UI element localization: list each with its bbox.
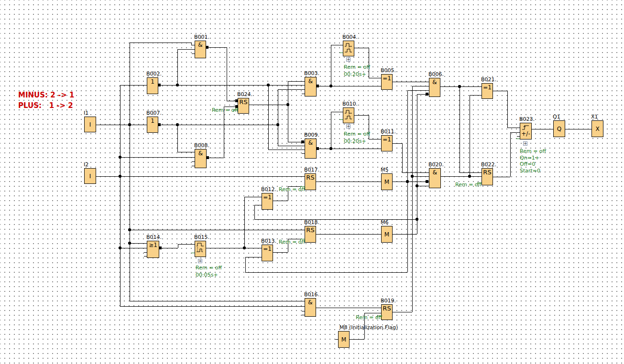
- pulse-relay-icon: [344, 42, 353, 54]
- block-X1[interactable]: X: [591, 120, 603, 137]
- block-B016[interactable]: &: [305, 298, 316, 317]
- parameter-text: Rem = off: [344, 64, 370, 70]
- junction-dot: [406, 180, 409, 183]
- block-label-M5: M5: [381, 167, 389, 173]
- block-label-I2: I2: [84, 161, 88, 168]
- block-symbol: RS: [383, 305, 391, 312]
- block-B007[interactable]: 1: [147, 117, 158, 133]
- block-symbol: &: [433, 169, 437, 176]
- parameter-text: 00:20s+: [344, 71, 366, 77]
- block-label-B008: B008.: [194, 142, 209, 149]
- block-label-B022: B022.: [481, 161, 496, 168]
- parameter-text: Rem = off: [455, 182, 482, 188]
- block-label-B005: B005.: [381, 67, 396, 74]
- connector-handle: [301, 140, 304, 143]
- block-B009[interactable]: &: [305, 139, 317, 159]
- block-symbol: M: [384, 179, 389, 185]
- parameter-text: Qn=1+: [520, 155, 539, 161]
- block-B022[interactable]: RS: [482, 168, 493, 185]
- annotation-minus[interactable]: MINUS: 2 -> 1: [18, 90, 74, 100]
- block-B024[interactable]: RS: [238, 98, 249, 114]
- block-symbol: =1: [383, 75, 391, 82]
- block-M6[interactable]: M: [381, 226, 393, 243]
- junction-dot: [329, 147, 333, 150]
- block-B013[interactable]: =1: [262, 245, 273, 261]
- block-symbol: RS: [483, 169, 491, 176]
- block-M8[interactable]: M: [338, 331, 350, 348]
- block-B008[interactable]: &: [195, 149, 207, 168]
- junction-dot: [176, 84, 179, 87]
- block-B017[interactable]: RS: [305, 173, 316, 190]
- block-B003[interactable]: &: [305, 77, 317, 96]
- block-label-B001: B001.: [194, 34, 209, 40]
- block-symbol: =1: [263, 194, 272, 201]
- block-M5[interactable]: M: [381, 173, 393, 190]
- block-symbol: RS: [239, 99, 247, 106]
- block-B015[interactable]: [195, 241, 206, 257]
- block-label-B006: B006.: [428, 71, 444, 77]
- block-symbol: =1: [383, 136, 391, 143]
- block-label-B015: B015.: [194, 234, 209, 240]
- junction-dot: [267, 84, 270, 87]
- block-label-B018: B018.: [304, 219, 319, 225]
- block-label-B010: B010.: [342, 101, 358, 107]
- junction-dot: [128, 242, 131, 245]
- block-B019[interactable]: RS: [381, 304, 393, 320]
- block-I2[interactable]: I: [84, 168, 96, 184]
- block-symbol: &: [308, 299, 312, 306]
- block-B014[interactable]: ≥1: [147, 241, 159, 258]
- junction-dot: [458, 85, 461, 88]
- junction-dot: [276, 123, 280, 127]
- junction-dot: [128, 228, 131, 232]
- block-B010[interactable]: [343, 107, 354, 123]
- block-B001[interactable]: &: [195, 41, 206, 58]
- block-symbol: &: [432, 79, 437, 86]
- junction-dot: [329, 85, 333, 88]
- block-label-B024: B024.: [237, 91, 252, 97]
- block-label-I1: I1: [84, 110, 88, 116]
- block-symbol: I: [89, 121, 91, 128]
- expand-parameter-icon[interactable]: +: [523, 141, 527, 146]
- connector-handle: [426, 180, 428, 183]
- block-symbol: &: [308, 78, 313, 85]
- junction-dot: [176, 123, 179, 127]
- expand-parameter-icon[interactable]: +: [346, 57, 350, 62]
- block-symbol: =1: [263, 246, 272, 252]
- block-symbol: M: [341, 336, 346, 343]
- junction-dot: [128, 123, 131, 127]
- block-label-B017: B017.: [304, 167, 319, 173]
- junction-dot: [243, 246, 246, 250]
- block-symbol: =1: [483, 84, 492, 91]
- junction-dot: [468, 175, 471, 178]
- block-B004[interactable]: [343, 41, 354, 56]
- block-B018[interactable]: RS: [305, 226, 316, 243]
- annotation-plus[interactable]: PLUS: 1 -> 2: [18, 101, 73, 111]
- connector-handle: [426, 93, 428, 96]
- block-B023[interactable]: +/-: [520, 123, 532, 139]
- block-B020[interactable]: &: [429, 168, 441, 188]
- pulse-latch-icon: [196, 242, 205, 255]
- block-symbol: &: [198, 42, 202, 48]
- block-B021[interactable]: =1: [482, 83, 493, 99]
- block-B012[interactable]: =1: [262, 193, 273, 210]
- parameter-text: 00:20s+: [344, 138, 366, 144]
- block-B002[interactable]: 1: [147, 77, 158, 94]
- block-Q1[interactable]: Q: [553, 120, 565, 137]
- block-symbol: RS: [306, 174, 314, 181]
- block-label-B021: B021.: [481, 76, 496, 83]
- block-label-Q1: Q1: [553, 114, 560, 120]
- expand-parameter-icon[interactable]: +: [198, 259, 202, 263]
- parameter-text: Rem = off: [356, 314, 382, 321]
- junction-dot: [416, 184, 419, 188]
- junction-dot: [416, 218, 419, 221]
- block-B005[interactable]: =1: [381, 74, 393, 90]
- parameter-text: Start=0: [520, 168, 540, 174]
- block-label-B003: B003.: [304, 70, 319, 76]
- block-I1[interactable]: I: [84, 117, 96, 132]
- block-symbol: I: [89, 173, 91, 180]
- expand-parameter-icon[interactable]: +: [346, 124, 350, 128]
- block-B006[interactable]: &: [429, 78, 440, 97]
- junction-dot: [119, 156, 122, 159]
- junction-dot: [119, 175, 122, 178]
- block-B011[interactable]: =1: [381, 135, 393, 151]
